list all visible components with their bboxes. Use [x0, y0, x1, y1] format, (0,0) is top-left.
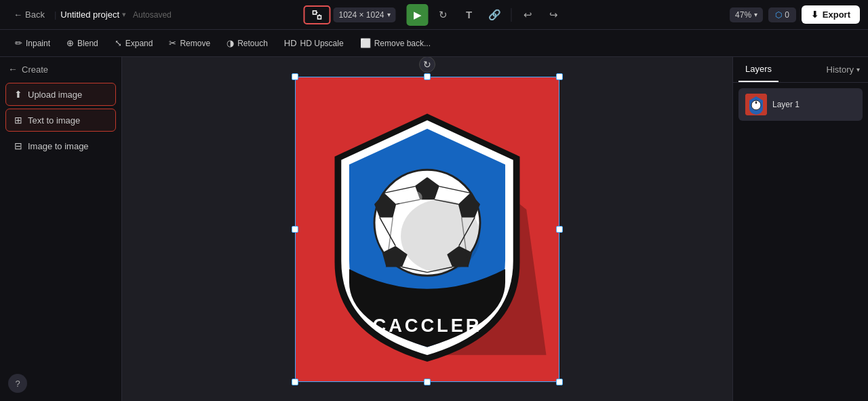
handle-mid-left[interactable]: [292, 226, 298, 233]
autosaved-label: Autosaved: [133, 10, 172, 20]
topbar-tools: ▶ ↻ T 🔗 ↩ ↪: [407, 4, 565, 26]
topbar: ← Back | Untitled project ▾ Autosaved 10…: [0, 0, 868, 30]
separator: [511, 8, 512, 22]
handle-top-right[interactable]: [556, 73, 563, 80]
upscale-label: HD Upscale: [300, 39, 344, 48]
canvas-area[interactable]: ↻ CACCLER: [122, 57, 732, 401]
topbar-right: 47% ▾ ⬡ 0 ⬇ Export: [730, 5, 860, 24]
sidebar-item-label: Upload image: [28, 90, 82, 100]
layer-item[interactable]: Layer 1: [738, 88, 863, 121]
export-label: Export: [823, 9, 850, 20]
export-icon: ⬇: [811, 9, 818, 20]
chevron-down-icon: ▾: [387, 11, 391, 18]
help-button[interactable]: ?: [8, 374, 27, 393]
panel-spacer: [0, 159, 121, 374]
inpaint-label: Inpaint: [26, 39, 50, 48]
blend-label: Blend: [77, 39, 98, 48]
chevron-down-icon: ▾: [754, 11, 757, 18]
svg-rect-1: [317, 16, 321, 19]
layer-name: Layer 1: [772, 100, 800, 109]
layers-tab-label: Layers: [745, 64, 772, 74]
zoom-button[interactable]: 47% ▾: [730, 7, 763, 22]
credits-button[interactable]: ⬡ 0: [768, 7, 796, 22]
image-to-image-icon: ⊟: [14, 140, 22, 151]
project-title-container: Untitled project ▾: [60, 9, 126, 20]
expand-button[interactable]: ⤡ Expand: [108, 35, 160, 52]
inpaint-icon: ✏: [15, 38, 22, 48]
chevron-down-icon: ▾: [856, 66, 860, 73]
layer-thumbnail: [745, 94, 767, 115]
zoom-label: 47%: [735, 10, 751, 20]
remove-back-button[interactable]: ⬜ Remove back...: [353, 35, 437, 52]
left-panel: ← Create ⬆ Upload image ⊞ Text to image …: [0, 57, 122, 401]
retouch-label: Retouch: [237, 39, 268, 48]
sidebar-item-text-to-image[interactable]: ⊞ Text to image: [5, 109, 116, 132]
canvas-size-label: 1024 × 1024: [338, 10, 384, 20]
redo-button[interactable]: ↪: [543, 4, 565, 26]
create-header: ← Create: [0, 57, 121, 81]
history-tab-label: History: [827, 64, 854, 75]
back-arrow-icon: ←: [14, 9, 22, 20]
upscale-icon: HD: [284, 38, 297, 48]
upscale-button[interactable]: HD HD Upscale: [277, 35, 351, 52]
handle-bottom-left[interactable]: [292, 379, 298, 385]
credits-icon: ⬡: [775, 10, 782, 20]
tab-history[interactable]: History ▾: [824, 58, 863, 81]
selection-icon: [311, 9, 322, 20]
canvas-mode-button[interactable]: [303, 5, 330, 24]
remove-button[interactable]: ✂ Remove: [162, 35, 217, 52]
layer-thumb-svg: [745, 94, 767, 115]
sidebar-item-image-to-image[interactable]: ⊟ Image to image: [5, 134, 116, 157]
remove-label: Remove: [180, 39, 210, 48]
sidebar-item-label: Text to image: [28, 115, 80, 126]
canvas-wrapper: ↻ CACCLER: [295, 77, 559, 382]
handle-top-left[interactable]: [292, 73, 298, 80]
secondary-toolbar: ✏ Inpaint ⊕ Blend ⤡ Expand ✂ Remove ◑ Re…: [0, 30, 868, 57]
expand-icon: ⤡: [115, 38, 122, 48]
handle-bottom-right[interactable]: [556, 379, 563, 385]
handle-mid-right[interactable]: [556, 226, 563, 233]
credits-count: 0: [785, 10, 789, 20]
undo-button[interactable]: ↩: [517, 4, 539, 26]
retouch-icon: ◑: [226, 38, 234, 48]
rotate-button[interactable]: ↻: [433, 4, 454, 26]
link-button[interactable]: 🔗: [484, 4, 506, 26]
remove-back-icon: ⬜: [360, 38, 371, 48]
run-button[interactable]: ▶: [407, 4, 429, 26]
main-area: ← Create ⬆ Upload image ⊞ Text to image …: [0, 57, 868, 401]
inpaint-button[interactable]: ✏ Inpaint: [8, 35, 57, 52]
sidebar-item-upload-image[interactable]: ⬆ Upload image: [5, 83, 116, 106]
svg-rect-0: [313, 11, 316, 14]
canvas-image: CACCLER: [295, 77, 559, 382]
canvas-svg: CACCLER: [295, 77, 559, 382]
chevron-down-icon[interactable]: ▾: [122, 10, 126, 19]
topbar-center: 1024 × 1024 ▾ ▶ ↻ T 🔗 ↩ ↪: [303, 4, 564, 26]
text-button[interactable]: T: [458, 4, 480, 26]
dimension-button[interactable]: 1024 × 1024 ▾: [333, 7, 395, 22]
right-panel: Layers History ▾ Layer 1: [732, 57, 868, 401]
blend-icon: ⊕: [66, 38, 74, 48]
topbar-left: ← Back | Untitled project ▾ Autosaved: [8, 7, 172, 22]
create-arrow-icon: ←: [8, 64, 18, 75]
remove-back-label: Remove back...: [374, 39, 431, 48]
upload-icon: ⬆: [14, 89, 22, 100]
project-title[interactable]: Untitled project: [60, 9, 119, 20]
blend-button[interactable]: ⊕ Blend: [60, 35, 105, 52]
sidebar-item-label: Image to image: [28, 141, 89, 151]
handle-bottom-center[interactable]: [424, 379, 431, 385]
handle-top-center[interactable]: [424, 73, 431, 80]
back-button[interactable]: ← Back: [8, 7, 50, 22]
refresh-handle[interactable]: ↻: [419, 57, 435, 73]
right-panel-tabs: Layers History ▾: [733, 57, 868, 83]
create-label: Create: [22, 64, 48, 75]
tab-layers[interactable]: Layers: [738, 57, 778, 82]
svg-text:CACCLER: CACCLER: [373, 315, 482, 336]
export-button[interactable]: ⬇ Export: [802, 5, 860, 24]
remove-icon: ✂: [169, 38, 176, 48]
retouch-button[interactable]: ◑ Retouch: [220, 35, 275, 52]
text-to-image-icon: ⊞: [14, 115, 22, 126]
expand-label: Expand: [125, 39, 153, 48]
back-label: Back: [25, 9, 45, 20]
